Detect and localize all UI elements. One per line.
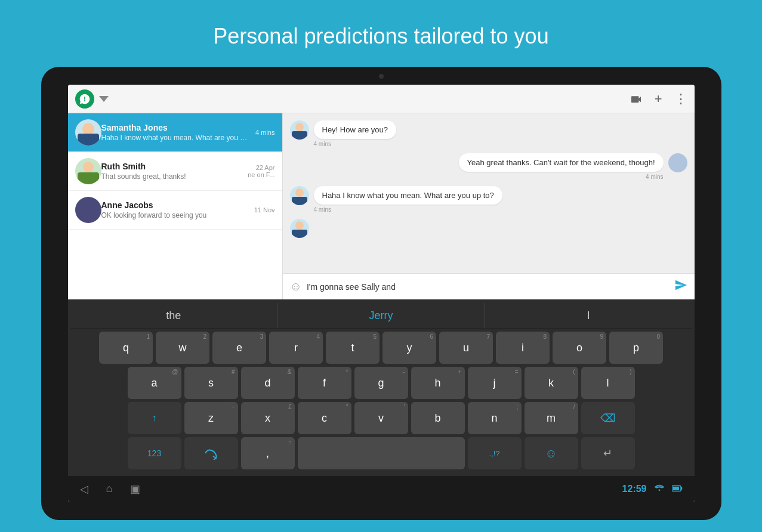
message-row-1: Hey! How are you? 4 mins xyxy=(290,120,687,147)
tablet-device: + ⋮ Samantha Jones Haha I know what you … xyxy=(41,67,721,520)
keyboard-row-2: @a #s &d *f -g +h =j (k )l xyxy=(70,367,692,399)
nav-back-icon[interactable]: ◁ xyxy=(80,482,88,496)
key-backspace[interactable]: ⌫ xyxy=(581,402,635,434)
contact-name-samantha: Samantha Jones xyxy=(101,123,251,132)
key-shift[interactable]: ↑ xyxy=(128,402,181,434)
prediction-jerry[interactable]: Jerry xyxy=(277,303,485,329)
key-a[interactable]: @a xyxy=(128,367,181,399)
chat-input-field[interactable] xyxy=(307,282,670,292)
contact-time2-ruth: ne on F... xyxy=(248,171,274,178)
keyboard-row-1: 1q 2w 3e 4r 5t 6y 7u 8i 9o 0p xyxy=(70,332,692,364)
keyboard-row-3: ↑ −z £x "c 'v b ;n /m ⌫ xyxy=(70,402,692,434)
key-comma[interactable]: ↑, xyxy=(241,437,295,469)
avatar-samantha xyxy=(75,119,101,146)
key-swipe[interactable] xyxy=(184,437,238,469)
key-s[interactable]: #s xyxy=(184,367,238,399)
sidebar-arrow xyxy=(99,96,109,102)
contact-meta-anne: 11 Nov xyxy=(249,206,275,214)
message-text-2: Yeah great thanks. Can't wait for the we… xyxy=(459,153,664,172)
key-d[interactable]: &d xyxy=(241,367,295,399)
key-y[interactable]: 6y xyxy=(382,332,436,364)
video-call-icon[interactable] xyxy=(630,92,643,106)
contact-name-anne: Anne Jacobs xyxy=(101,200,249,210)
message-avatar-4 xyxy=(290,219,309,238)
key-j[interactable]: =j xyxy=(468,367,522,399)
contact-info-anne: Anne Jacobs OK looking forward to seeing… xyxy=(101,200,249,219)
key-c[interactable]: "c xyxy=(298,402,351,434)
key-punctuation[interactable]: .,!? xyxy=(468,437,522,469)
message-time-3: 4 mins xyxy=(314,206,502,213)
contact-info-ruth: Ruth Smith That sounds great, thanks! xyxy=(101,162,243,181)
page-title: Personal predictions tailored to you xyxy=(213,24,548,49)
message-bubble-wrapper-2: Yeah great thanks. Can't wait for the we… xyxy=(459,153,664,180)
hangouts-logo xyxy=(75,89,94,109)
key-h[interactable]: +h xyxy=(411,367,465,399)
key-r[interactable]: 4r xyxy=(269,332,323,364)
message-avatar-1 xyxy=(290,120,309,140)
key-x[interactable]: £x xyxy=(241,402,295,434)
key-enter[interactable]: ↵ xyxy=(581,437,635,469)
nav-wifi-icon xyxy=(654,484,665,494)
nav-home-icon[interactable]: ⌂ xyxy=(106,482,113,496)
contact-message-samantha: Haha I know what you mean. What are you … xyxy=(101,134,251,142)
contact-meta-samantha: 4 mins xyxy=(251,129,274,136)
tablet-screen: + ⋮ Samantha Jones Haha I know what you … xyxy=(68,85,695,502)
key-w[interactable]: 2w xyxy=(156,332,209,364)
message-text-3: Haha I know what you mean. What are you … xyxy=(314,186,502,205)
key-b[interactable]: b xyxy=(411,402,465,434)
more-options-icon[interactable]: ⋮ xyxy=(674,91,687,107)
key-p[interactable]: 0p xyxy=(609,332,663,364)
contacts-sidebar: Samantha Jones Haha I know what you mean… xyxy=(68,113,283,299)
emoji-button[interactable]: ☺ xyxy=(290,280,302,293)
keyboard: the Jerry I 1q 2w 3e 4r 5t 6y 7u 8i 9o 0… xyxy=(68,299,695,476)
nav-left: ◁ ⌂ ▣ xyxy=(80,482,141,496)
nav-recent-icon[interactable]: ▣ xyxy=(130,482,140,496)
prediction-the[interactable]: the xyxy=(70,303,278,329)
key-space[interactable] xyxy=(298,437,465,469)
key-f[interactable]: *f xyxy=(298,367,351,399)
prediction-i[interactable]: I xyxy=(485,303,692,329)
message-avatar-2 xyxy=(668,153,687,172)
avatar-anne xyxy=(75,197,101,223)
contact-item-anne[interactable]: Anne Jacobs OK looking forward to seeing… xyxy=(68,191,282,230)
message-avatar-3 xyxy=(290,186,309,205)
key-z[interactable]: −z xyxy=(184,402,238,434)
svg-rect-1 xyxy=(672,487,679,490)
contact-meta-ruth: 22 Apr ne on F... xyxy=(243,164,274,178)
chat-messages: Hey! How are you? 4 mins Yeah great than… xyxy=(283,113,695,273)
contact-message-ruth: That sounds great, thanks! xyxy=(101,172,243,181)
message-time-1: 4 mins xyxy=(314,141,397,147)
key-o[interactable]: 9o xyxy=(553,332,606,364)
key-n[interactable]: ;n xyxy=(468,402,522,434)
contact-info-samantha: Samantha Jones Haha I know what you mean… xyxy=(101,123,251,142)
nav-bar: ◁ ⌂ ▣ 12:59 xyxy=(68,476,695,502)
send-button[interactable] xyxy=(674,279,687,295)
message-row-3: Haha I know what you mean. What are you … xyxy=(290,186,687,213)
contact-time-ruth: 22 Apr xyxy=(256,164,275,171)
header-icons: + ⋮ xyxy=(630,91,687,107)
key-v[interactable]: 'v xyxy=(354,402,408,434)
message-row-4 xyxy=(290,219,687,238)
key-q[interactable]: 1q xyxy=(99,332,153,364)
key-emoji[interactable]: ☺ xyxy=(525,437,578,469)
key-t[interactable]: 5t xyxy=(326,332,380,364)
key-e[interactable]: 3e xyxy=(212,332,266,364)
chat-input-bar: ☺ xyxy=(283,273,695,299)
add-contact-icon[interactable]: + xyxy=(655,91,662,107)
nav-battery-icon xyxy=(672,484,683,494)
chat-area: Hey! How are you? 4 mins Yeah great than… xyxy=(283,113,695,299)
contact-time-anne: 11 Nov xyxy=(254,206,275,214)
contact-item-ruth[interactable]: Ruth Smith That sounds great, thanks! 22… xyxy=(68,152,282,191)
message-row-2: Yeah great thanks. Can't wait for the we… xyxy=(290,153,687,180)
contact-item-samantha[interactable]: Samantha Jones Haha I know what you mean… xyxy=(68,113,282,152)
key-u[interactable]: 7u xyxy=(439,332,493,364)
message-bubble-1: Hey! How are you? 4 mins xyxy=(314,120,397,147)
key-g[interactable]: -g xyxy=(354,367,408,399)
contact-message-anne: OK looking forward to seeing you xyxy=(101,211,249,219)
key-i[interactable]: 8i xyxy=(496,332,550,364)
key-k[interactable]: (k xyxy=(525,367,578,399)
key-l[interactable]: )l xyxy=(581,367,635,399)
key-m[interactable]: /m xyxy=(525,402,578,434)
app-header: + ⋮ xyxy=(68,85,695,113)
key-123[interactable]: 123 xyxy=(128,437,181,469)
